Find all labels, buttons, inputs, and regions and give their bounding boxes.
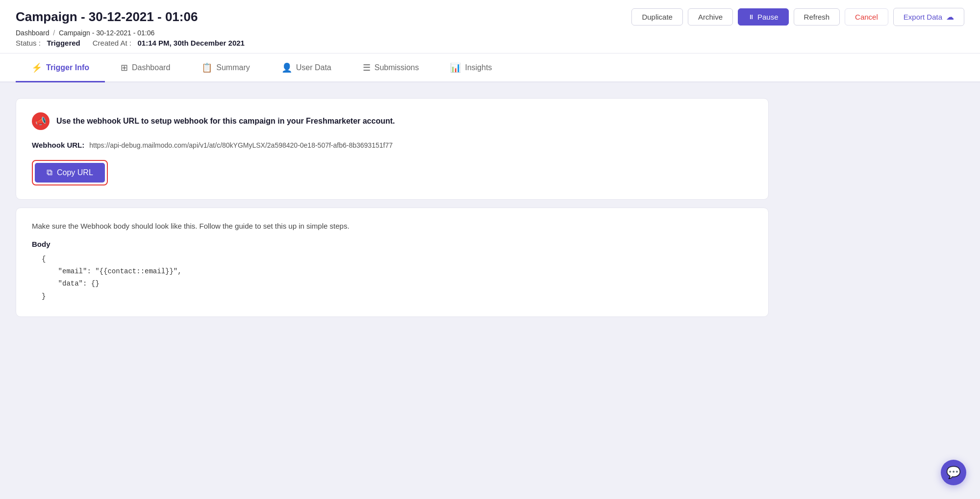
code-line-2: "email": "{{contact::email}}", [42, 265, 753, 278]
cloud-upload-icon: ☁ [946, 12, 954, 22]
status-line: Status : Triggered Created At : 01:14 PM… [16, 39, 964, 47]
status-label: Status : [16, 39, 41, 47]
pause-button[interactable]: ⏸ Pause [738, 8, 789, 26]
main-content: 📣 Use the webhook URL to setup webhook f… [0, 82, 784, 341]
tab-summary-label: Summary [216, 63, 250, 72]
tab-dashboard-label: Dashboard [132, 63, 170, 72]
webhook-url-card: 📣 Use the webhook URL to setup webhook f… [16, 98, 769, 200]
code-line-1: { [42, 253, 753, 265]
body-instruction-card: Make sure the Webhook body should look l… [16, 208, 769, 317]
dashboard-icon: ⊞ [121, 62, 128, 73]
export-data-button[interactable]: Export Data ☁ [893, 8, 964, 26]
copy-url-button[interactable]: ⧉ Copy URL [35, 163, 105, 183]
tabs-bar: ⚡ Trigger Info ⊞ Dashboard 📋 Summary 👤 U… [0, 53, 980, 82]
insights-icon: 📊 [450, 62, 461, 73]
status-value: Triggered [47, 39, 80, 47]
megaphone-icon: 📣 [32, 112, 50, 130]
tab-summary[interactable]: 📋 Summary [186, 53, 265, 82]
lightning-icon: ⚡ [31, 62, 42, 73]
tab-submissions-label: Submissions [375, 63, 419, 72]
tab-user-data[interactable]: 👤 User Data [266, 53, 347, 82]
webhook-url-value: https://api-debug.mailmodo.com/api/v1/at… [89, 141, 393, 149]
breadcrumb-current: Campaign - 30-12-2021 - 01:06 [59, 29, 154, 37]
tab-user-data-label: User Data [296, 63, 331, 72]
created-value: 01:14 PM, 30th December 2021 [137, 39, 244, 47]
cancel-button[interactable]: Cancel [845, 8, 888, 26]
top-actions: Duplicate Archive ⏸ Pause Refresh Cancel… [631, 8, 964, 26]
code-line-3: "data": {} [42, 278, 753, 290]
summary-icon: 📋 [201, 62, 212, 73]
created-label: Created At : [93, 39, 131, 47]
code-block: { "email": "{{contact::email}}", "data":… [32, 253, 753, 303]
chat-bubble-button[interactable]: 💬 [941, 460, 966, 485]
tab-insights-label: Insights [465, 63, 492, 72]
tab-dashboard[interactable]: ⊞ Dashboard [105, 53, 186, 82]
submissions-icon: ☰ [363, 62, 371, 73]
webhook-url-label: Webhook URL: [32, 141, 84, 149]
copy-url-label: Copy URL [57, 168, 93, 177]
top-bar-row1: Campaign - 30-12-2021 - 01:06 Duplicate … [16, 8, 964, 26]
tab-trigger-info-label: Trigger Info [46, 63, 89, 72]
archive-button[interactable]: Archive [688, 8, 733, 26]
body-instruction-text: Make sure the Webhook body should look l… [32, 222, 753, 230]
webhook-notice-text: Use the webhook URL to setup webhook for… [56, 117, 395, 126]
code-line-4: } [42, 290, 753, 303]
webhook-url-row: Webhook URL: https://api-debug.mailmodo.… [32, 141, 753, 149]
chat-icon: 💬 [946, 466, 961, 479]
breadcrumb-parent[interactable]: Dashboard [16, 29, 50, 37]
pause-icon: ⏸ [748, 14, 754, 20]
body-label: Body [32, 240, 753, 248]
top-bar: Campaign - 30-12-2021 - 01:06 Duplicate … [0, 0, 980, 53]
tab-submissions[interactable]: ☰ Submissions [347, 53, 435, 82]
user-data-icon: 👤 [281, 62, 292, 73]
tab-trigger-info[interactable]: ⚡ Trigger Info [16, 53, 105, 82]
webhook-notice: 📣 Use the webhook URL to setup webhook f… [32, 112, 753, 130]
copy-url-wrapper: ⧉ Copy URL [32, 160, 108, 185]
breadcrumb: Dashboard / Campaign - 30-12-2021 - 01:0… [16, 29, 964, 37]
page-title: Campaign - 30-12-2021 - 01:06 [16, 9, 198, 25]
tab-insights[interactable]: 📊 Insights [434, 53, 507, 82]
duplicate-button[interactable]: Duplicate [631, 8, 683, 26]
copy-icon: ⧉ [47, 168, 52, 178]
refresh-button[interactable]: Refresh [794, 8, 840, 26]
